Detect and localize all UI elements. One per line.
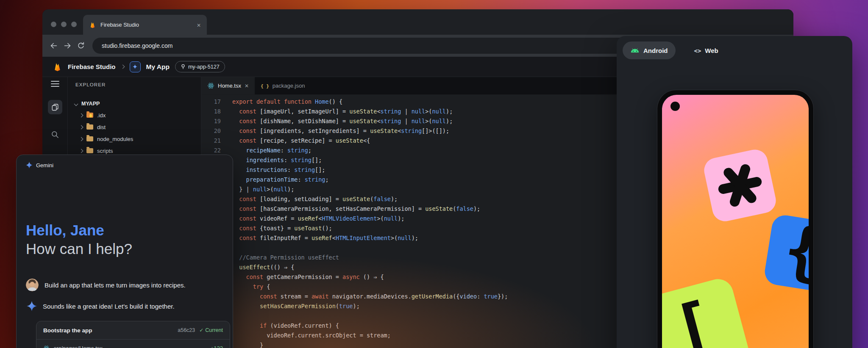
tab-close-icon[interactable] [245,83,249,89]
app-icon[interactable] [130,61,141,72]
folder-icon [86,148,93,153]
project-name[interactable]: My App [146,63,170,71]
folder-icon [86,113,93,118]
task-card-header[interactable]: Bootstrap the app a56c23 Current [36,321,230,339]
line-number: 17 [201,97,221,107]
gemini-title: Gemini [36,162,53,168]
firebase-logo [53,62,62,72]
pin-icon [181,64,186,69]
window-maximize-button[interactable] [71,22,77,27]
explorer-item-dist[interactable]: dist [68,121,201,133]
react-icon [43,345,50,348]
line-number: 18 [201,107,221,116]
assistant-message-row: Sounds like a great idea! Let's build it… [26,301,175,311]
check-icon [199,327,203,333]
line-number: 22 [201,146,221,155]
user-message-text: Build an app that lets me turn images in… [45,282,186,289]
tab-android[interactable]: Android [623,41,676,59]
device-preview-panel: Android Web [617,36,852,348]
user-message-row: Build an app that lets me turn images in… [26,279,186,291]
browser-tab-title: Firebase Studio [100,22,192,28]
status-badge: Current [199,327,223,333]
changed-file-path: src/pages/Home.tsx [54,345,206,348]
project-id-badge[interactable]: my-app-5127 [175,61,225,72]
greeting-primary: Hello, Jane [26,221,132,240]
firebase-favicon [89,21,96,28]
folder-icon [86,136,93,141]
task-title: Bootstrap the app [43,327,173,334]
browser-tab[interactable]: Firebase Studio [83,15,207,35]
gemini-header: Gemini [26,162,53,168]
camera-punch-hole [670,102,680,111]
url-text: studio.firebase.google.com [102,42,172,49]
browser-titlebar: Firebase Studio [42,9,793,35]
chevron-right-icon [79,113,83,117]
tab-android-label: Android [643,47,668,54]
greeting-secondary: How can I help? [26,240,132,258]
additions-count: +122 [211,345,223,348]
assistant-message-text: Sounds like a great idea! Let's build it… [43,303,175,310]
device-tabs: Android Web [623,41,726,59]
chevron-right-icon [79,137,83,141]
forward-icon[interactable] [63,41,72,50]
phone-screen [662,95,809,348]
json-braces-icon [261,83,269,89]
search-icon[interactable] [51,130,59,139]
tab-close-icon[interactable] [197,21,201,29]
folder-icon [86,124,93,130]
page: Firebase Studio studio.firebase.google.c… [0,0,868,348]
android-icon [630,47,640,53]
file-tree: MYAPP .idx dist node [68,98,201,157]
code-brackets-icon [694,47,701,54]
line-number: 19 [201,116,221,126]
status-label: Current [205,327,223,333]
files-icon [51,103,59,111]
explorer-item-label: .idx [97,112,106,119]
tab-web-label: Web [705,47,718,54]
gemini-greeting: Hello, Jane How can I help? [26,221,132,258]
bootstrap-task-card[interactable]: Bootstrap the app a56c23 Current src/pag… [36,321,230,348]
changed-file-row[interactable]: src/pages/Home.tsx +122 [36,339,230,348]
gemini-sparkle-icon [27,301,37,311]
back-icon[interactable] [49,41,58,50]
menu-icon[interactable] [51,80,59,87]
commit-hash: a56c23 [178,327,195,333]
react-icon [207,82,214,89]
line-number: 20 [201,126,221,136]
asterisk-shape [702,147,778,224]
editor-tab-label: Home.tsx [218,83,241,89]
window-controls[interactable] [51,22,77,27]
tree-root-myapp[interactable]: MYAPP [68,98,201,109]
explorer-item-label: scripts [97,148,113,154]
window-minimize-button[interactable] [61,22,67,27]
tab-home-tsx[interactable]: Home.tsx [201,77,255,94]
bracket-shape [662,276,753,348]
explorer-title: EXPLORER [75,82,106,87]
brace-shape [763,213,809,294]
brand-title: Firebase Studio [68,63,116,70]
explorer-item-label: node_modules [97,136,133,142]
explorer-item-node-modules[interactable]: node_modules [68,133,201,145]
chevron-right-icon [79,125,83,129]
tree-root-label: MYAPP [81,101,100,107]
explorer-rail-item[interactable] [48,100,62,114]
project-id-label: my-app-5127 [188,64,220,70]
line-number: 21 [201,136,221,146]
chevron-right-icon [120,65,125,69]
user-avatar [26,279,39,291]
gemini-panel: Gemini Hello, Jane How can I help? Build… [16,155,233,348]
tab-web[interactable]: Web [687,41,726,59]
explorer-item-label: dist [97,124,106,130]
chevron-right-icon [79,149,83,153]
phone-mockup [657,90,813,348]
gemini-sparkle-icon [26,162,33,168]
editor-tab-label: package.json [273,83,305,89]
window-close-button[interactable] [51,22,56,27]
chevron-down-icon [74,102,78,106]
explorer-item-idx[interactable]: .idx [68,109,201,121]
reload-icon[interactable] [76,41,86,50]
tab-package-json[interactable]: package.json [255,77,311,94]
